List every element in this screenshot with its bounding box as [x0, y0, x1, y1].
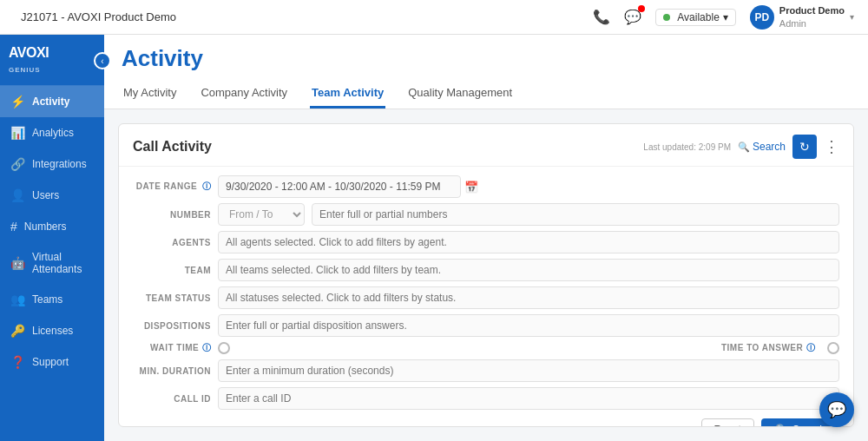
- wait-time-label: WAIT TIME ⓘ: [133, 342, 211, 354]
- available-chevron-icon: ▾: [723, 11, 728, 23]
- min-duration-label: MIN. DURATION: [133, 366, 211, 376]
- phone-icon[interactable]: 📞: [593, 9, 610, 25]
- logo-text: AVOXI GENIUS: [9, 45, 95, 75]
- sidebar-item-label: Integrations: [32, 158, 87, 170]
- sidebar-item-integrations[interactable]: 🔗Integrations: [0, 148, 104, 180]
- reset-button[interactable]: Reset: [701, 418, 754, 427]
- page-title: Activity: [122, 45, 851, 72]
- date-range-input: 📅: [218, 175, 839, 198]
- search-link-icon: 🔍: [738, 142, 750, 153]
- filter-actions: Reset 🔍 Search: [133, 415, 839, 427]
- team-status-label: TEAM STATUS: [133, 293, 211, 303]
- chat-fab-button[interactable]: 💬: [819, 392, 854, 427]
- sidebar-item-label: Numbers: [24, 220, 67, 233]
- page-header: Activity My ActivityCompany ActivityTeam…: [104, 35, 868, 109]
- wait-time-info-icon: ⓘ: [202, 343, 212, 352]
- tab-quality-management[interactable]: Quality Management: [406, 79, 514, 109]
- status-dot: [663, 14, 670, 21]
- number-row: NUMBER From / To: [133, 203, 839, 226]
- sidebar-item-licenses[interactable]: 🔑Licenses: [0, 315, 104, 346]
- date-range-field[interactable]: [218, 175, 461, 198]
- user-button[interactable]: PD Product Demo Admin ▾: [750, 4, 854, 30]
- card-header: Call Activity Last updated: 2:09 PM 🔍 Se…: [119, 124, 853, 167]
- team-status-row: TEAM STATUS: [133, 286, 839, 309]
- available-button[interactable]: Available ▾: [655, 9, 735, 26]
- dispositions-label: DISPOSITIONS: [133, 321, 211, 331]
- time-to-answer-info-icon: ⓘ: [806, 343, 816, 352]
- tab-company-activity[interactable]: Company Activity: [199, 79, 289, 109]
- refresh-button[interactable]: ↻: [792, 135, 817, 159]
- sidebar-item-analytics[interactable]: 📊Analytics: [0, 117, 104, 148]
- teams-icon: 👥: [10, 293, 25, 306]
- sidebar-nav: ⚡Activity📊Analytics🔗Integrations👤Users#N…: [0, 86, 104, 378]
- user-name: Product Demo: [779, 4, 845, 16]
- numbers-icon: #: [10, 220, 17, 234]
- sidebar-item-label: Teams: [32, 293, 62, 306]
- date-range-info-icon: ⓘ: [202, 181, 212, 191]
- sidebar-item-teams[interactable]: 👥Teams: [0, 284, 104, 315]
- number-direction-select[interactable]: From / To: [218, 203, 305, 226]
- sidebar-item-label: Support: [32, 356, 69, 368]
- refresh-icon: ↻: [799, 140, 810, 154]
- topbar: J21071 - AVOXI Product Demo 📞 💬 Availabl…: [0, 0, 868, 35]
- more-button[interactable]: ⋮: [824, 137, 839, 156]
- last-updated: Last updated: 2:09 PM: [643, 142, 731, 152]
- tab-team-activity[interactable]: Team Activity: [310, 79, 385, 109]
- main-layout: AVOXI GENIUS ⚡Activity📊Analytics🔗Integra…: [0, 35, 868, 441]
- sidebar-item-activity[interactable]: ⚡Activity: [0, 86, 104, 117]
- main-content: Activity My ActivityCompany ActivityTeam…: [104, 35, 868, 441]
- sidebar-item-virtual-attendants[interactable]: 🤖Virtual Attendants: [0, 242, 104, 284]
- chat-icon: 💬: [827, 400, 846, 419]
- min-duration-input[interactable]: [218, 359, 839, 382]
- card-title: Call Activity: [133, 139, 212, 155]
- licenses-icon: 🔑: [10, 324, 25, 338]
- dispositions-input[interactable]: [218, 314, 839, 337]
- support-icon: ❓: [10, 355, 25, 369]
- sidebar-item-users[interactable]: 👤Users: [0, 180, 104, 211]
- activity-icon: ⚡: [10, 95, 25, 109]
- wait-time-row: WAIT TIME ⓘ TIME TO ANSWER ⓘ: [133, 342, 839, 354]
- avatar: PD: [750, 5, 774, 30]
- agents-input[interactable]: [218, 231, 839, 253]
- agents-label: AGENTS: [133, 238, 211, 247]
- wait-time-toggle[interactable]: [218, 342, 230, 354]
- sidebar: AVOXI GENIUS ⚡Activity📊Analytics🔗Integra…: [0, 35, 104, 441]
- sidebar-item-label: Activity: [32, 95, 69, 108]
- team-status-input[interactable]: [218, 286, 839, 309]
- call-activity-card: Call Activity Last updated: 2:09 PM 🔍 Se…: [118, 123, 854, 427]
- call-id-input[interactable]: [218, 387, 839, 410]
- team-input[interactable]: [218, 259, 839, 281]
- sidebar-item-label: Virtual Attendants: [32, 251, 94, 275]
- search-button-icon: 🔍: [775, 424, 788, 427]
- date-range-label: DATE RANGE ⓘ: [133, 181, 211, 193]
- notification-icon[interactable]: 💬: [624, 9, 641, 25]
- available-label: Available: [677, 11, 719, 23]
- number-input[interactable]: [312, 203, 839, 226]
- sidebar-item-label: Users: [32, 189, 59, 201]
- number-label: NUMBER: [133, 210, 211, 220]
- user-role: Admin: [779, 17, 845, 30]
- notification-badge: [638, 5, 645, 12]
- page-tabs: My ActivityCompany ActivityTeam Activity…: [122, 79, 851, 109]
- time-to-answer-toggle[interactable]: [827, 342, 839, 354]
- sidebar-item-numbers[interactable]: #Numbers: [0, 211, 104, 242]
- card-search-link[interactable]: 🔍 Search: [738, 141, 786, 153]
- topbar-icons: 📞 💬 Available ▾ PD Product Demo Admin ▾: [593, 4, 854, 30]
- tab-my-activity[interactable]: My Activity: [122, 79, 178, 109]
- min-duration-row: MIN. DURATION: [133, 359, 839, 382]
- card-actions: Last updated: 2:09 PM 🔍 Search ↻ ⋮: [643, 135, 839, 159]
- filters-section: DATE RANGE ⓘ 📅 NUMBER From / To: [119, 167, 853, 427]
- sidebar-item-label: Licenses: [32, 325, 73, 337]
- sidebar-collapse-button[interactable]: ‹: [94, 52, 111, 69]
- sidebar-item-support[interactable]: ❓Support: [0, 346, 104, 378]
- dispositions-row: DISPOSITIONS: [133, 314, 839, 337]
- logo: AVOXI GENIUS: [0, 35, 104, 86]
- window-title: J21071 - AVOXI Product Demo: [21, 10, 593, 23]
- analytics-icon: 📊: [10, 126, 25, 140]
- agents-row: AGENTS: [133, 231, 839, 253]
- users-icon: 👤: [10, 188, 25, 202]
- integrations-icon: 🔗: [10, 157, 25, 171]
- call-id-row: CALL ID: [133, 387, 839, 410]
- calendar-icon[interactable]: 📅: [464, 181, 478, 194]
- team-row: TEAM: [133, 259, 839, 281]
